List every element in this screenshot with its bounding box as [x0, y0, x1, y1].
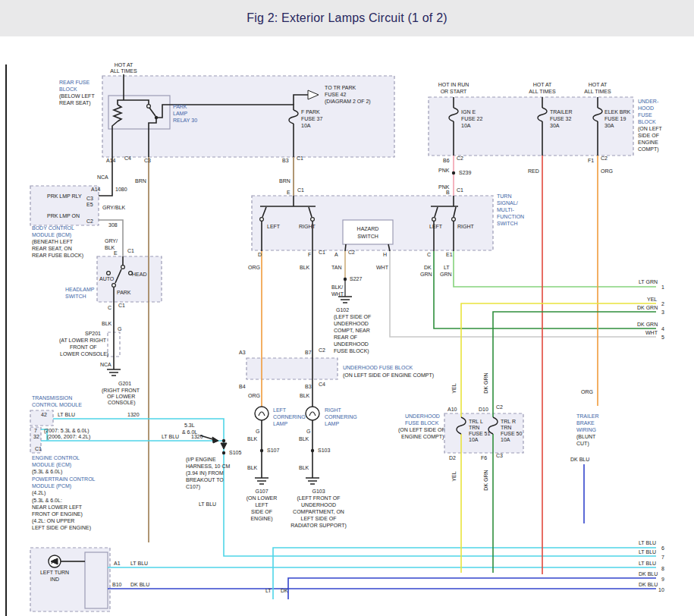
diagram-label: MULTI-	[497, 207, 514, 212]
diagram-label: MODULE (ECM)	[32, 462, 71, 468]
diagram-label: C2	[601, 156, 608, 161]
diagram-label: C	[108, 305, 111, 310]
diagram-label: C2	[496, 404, 503, 410]
wire-yel-2	[461, 303, 656, 417]
diagram-label: F PARK	[301, 109, 320, 115]
diagram-label: PNK	[438, 168, 450, 173]
diagram-label: BRAKE	[576, 420, 595, 426]
splice-dot	[222, 451, 225, 454]
diagram-label: YEL	[451, 383, 457, 393]
diagram-label: WHT	[376, 265, 389, 270]
diagram-label: (BELOW LEFT	[59, 93, 95, 99]
diagram-label: BLK/	[331, 284, 343, 290]
diagram-label: E5	[86, 202, 93, 207]
diagram-label: WHT	[645, 330, 658, 335]
splice-dot	[222, 439, 225, 442]
diagram-label: TRN	[469, 425, 479, 430]
splice-dot	[311, 449, 314, 452]
underhood-fuse-block-top-box	[429, 97, 633, 156]
diagram-label: (I/P ENGINE	[186, 457, 216, 463]
diagram-label: HEAD	[132, 272, 146, 277]
diagram-label: 308	[108, 222, 118, 228]
diagram-label: ORG	[581, 389, 593, 394]
diagram-label: COMPARTMENT, ON	[293, 509, 344, 514]
diagram-label: 10A	[469, 437, 479, 442]
diagram-label: YEL	[451, 471, 457, 481]
diagram-label: G	[256, 429, 259, 434]
diagram-label: G	[118, 326, 121, 332]
diagram-label: LAMP	[325, 421, 339, 426]
diagram-label: LEFT	[267, 224, 281, 229]
diagram-label: HOT AT	[589, 82, 608, 87]
diagram-label: ALL TIMES	[529, 89, 556, 94]
diagram-label: 30A	[605, 123, 614, 128]
diagram-label: C3	[86, 196, 93, 201]
diagram-label: BLK	[102, 321, 112, 326]
diagram-label: RIGHT	[325, 407, 342, 413]
diagram-label: GRY/BLK	[102, 205, 126, 210]
diagram-label: IGN E	[461, 109, 476, 115]
diagram-label: OR START	[441, 89, 467, 94]
diagram-label: BRN	[135, 178, 146, 184]
diagram-label: PARK	[117, 290, 131, 295]
diagram-label: (BLUNT	[576, 434, 596, 440]
diagram-label: DK GRN	[483, 372, 488, 393]
diagram-label: RED	[528, 168, 539, 174]
diagram-label: HOT AT	[533, 82, 552, 87]
diagram-label: 10A	[301, 123, 311, 128]
diagram-label: (LEFT SIDE OF	[334, 314, 371, 320]
diagram-label: (4.2L)	[32, 490, 46, 496]
diagram-label: 1	[661, 284, 664, 290]
diagram-label: LT BLU	[162, 434, 179, 439]
diagram-label: 7	[34, 428, 37, 433]
wire-dkgrn-3	[493, 312, 656, 417]
diagram-label: 5.3L	[184, 423, 195, 428]
diagram-label: 8	[661, 566, 664, 571]
diagram-label: G102	[336, 307, 349, 313]
diagram-label: FUSE 19	[605, 116, 626, 121]
diagram-label: DK GRN	[637, 322, 658, 327]
diagram-label: RELAY 30	[173, 118, 197, 123]
diagram-label: E	[287, 190, 290, 195]
lamp-symbol	[306, 407, 319, 420]
diagram-label: BLK	[299, 465, 309, 470]
diagram-label: DK	[424, 265, 432, 270]
diagram-label: BLK	[247, 465, 258, 470]
splice-dot	[260, 449, 263, 452]
diagram-label: DK BLU	[639, 582, 658, 587]
diagram-label: LEFT SIDE OF	[301, 516, 337, 521]
diagram-label: A1	[114, 561, 121, 566]
diagram-label: SWITCH	[497, 221, 518, 226]
diagram-label: GRN	[440, 272, 452, 277]
diagram-label: 10A	[461, 123, 471, 128]
diagram-label: POWERTRAIN CONTROL	[32, 476, 96, 482]
diagram-label: LT GRN	[639, 279, 658, 284]
diagram-label: LEFT TURN	[40, 570, 69, 575]
diagram-label: IND	[50, 577, 59, 582]
diagram-label: A14	[91, 187, 101, 192]
contact-circle	[112, 284, 116, 288]
diagram-label: B3	[305, 384, 312, 389]
diagram-label: TO TR PARK	[325, 85, 356, 90]
diagram-label: B3	[282, 158, 289, 163]
diagram-label: TAN	[331, 265, 341, 270]
diagram-label: (ON LEFT SIDE OF ENGINE COMPT)	[343, 372, 434, 379]
diagram-label: UNDERHOOD	[301, 502, 336, 508]
diagram-label: SIGNAL/	[497, 200, 518, 206]
diagram-label: RIGHT	[299, 224, 316, 229]
diagram-label: F1	[588, 158, 594, 163]
wiring-diagram: HOT ATALL TIMESREAR FUSEBLOCK(BELOW LEFT…	[0, 0, 694, 616]
diagram-label: FUNCTION	[497, 214, 524, 219]
wire-dkgrn-4	[434, 251, 656, 328]
title-bar: Fig 2: Exterior Lamps Circuit (1 of 2)	[0, 0, 694, 36]
diagram-label: LT BLU	[639, 549, 656, 555]
diagram-label: FRONT OF	[70, 344, 97, 350]
diagram-label: C2	[319, 347, 325, 353]
diagram-label: HAZARD	[357, 226, 379, 231]
diagram-label: BODY CONTROL	[32, 225, 74, 231]
contact-circle	[311, 218, 315, 222]
diagram-label: C2	[86, 218, 93, 224]
diagram-label: TRN	[501, 425, 511, 430]
diagram-label: DK GRN	[483, 470, 488, 490]
diagram-label: FUSE	[638, 112, 652, 118]
